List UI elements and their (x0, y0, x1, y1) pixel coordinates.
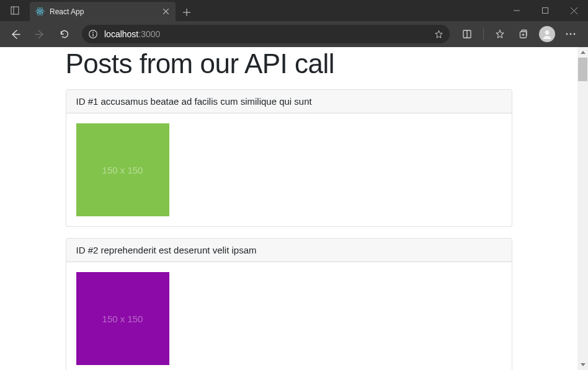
scroll-down-button[interactable] (577, 359, 588, 370)
toolbar-right (456, 23, 584, 45)
minimize-button[interactable] (502, 0, 531, 21)
svg-point-15 (92, 32, 94, 33)
tab-close-button[interactable] (161, 7, 171, 17)
more-button[interactable] (559, 23, 582, 45)
back-button[interactable] (4, 23, 26, 45)
arrow-right-icon (35, 29, 45, 40)
favorite-button[interactable] (434, 29, 443, 39)
browser-toolbar: localhost:3000 (0, 21, 588, 47)
post-title: reprehenderit est deserunt velit ipsam (101, 245, 257, 255)
page-scrollarea[interactable]: Posts from our API call ID #1 accusamus … (0, 47, 577, 370)
post-thumbnail: 150 x 150 (76, 272, 169, 365)
page-title: Posts from our API call (66, 48, 512, 79)
url-host: localhost (104, 29, 138, 39)
maximize-button[interactable] (531, 0, 559, 21)
reload-icon (60, 29, 69, 39)
page-viewport: Posts from our API call ID #1 accusamus … (0, 47, 588, 370)
post-id: ID #2 (76, 245, 99, 255)
post-card: ID #1 accusamus beatae ad facilis cum si… (66, 89, 512, 227)
vertical-scrollbar[interactable] (577, 47, 588, 370)
reload-button[interactable] (53, 23, 76, 45)
svg-point-22 (545, 30, 550, 35)
close-icon (571, 7, 577, 14)
scrollbar-track[interactable] (577, 58, 588, 359)
post-title: accusamus beatae ad facilis cum similiqu… (101, 96, 312, 107)
thumbnail-label: 150 x 150 (102, 165, 143, 175)
read-aloud-button[interactable] (456, 23, 478, 45)
maximize-icon (542, 7, 548, 14)
thumbnail-label: 150 x 150 (102, 314, 143, 324)
react-favicon (35, 7, 45, 17)
ellipsis-icon (566, 33, 576, 35)
post-card-body: 150 x 150 (66, 113, 512, 226)
collections-button[interactable] (512, 23, 535, 45)
tab-react-app[interactable]: React App (30, 2, 176, 21)
post-card-body: 150 x 150 (66, 262, 512, 370)
collections-icon (519, 29, 528, 39)
avatar-icon (539, 26, 555, 42)
book-icon (462, 29, 472, 39)
tab-actions-icon (11, 6, 19, 15)
info-icon (89, 30, 97, 38)
url-rest: :3000 (138, 29, 160, 39)
chevron-down-icon (581, 363, 586, 366)
chevron-up-icon (581, 51, 586, 54)
post-card-header: ID #2 reprehenderit est deserunt velit i… (66, 239, 512, 262)
plus-icon (183, 9, 190, 16)
new-tab-button[interactable] (178, 4, 195, 21)
favorites-button[interactable] (489, 23, 511, 45)
forward-button[interactable] (29, 23, 51, 45)
svg-rect-0 (11, 7, 19, 14)
window-titlebar: React App (0, 0, 588, 21)
toolbar-separator (483, 28, 484, 40)
svg-point-23 (566, 33, 568, 35)
svg-rect-11 (543, 8, 548, 14)
scroll-up-button[interactable] (577, 47, 588, 58)
post-card-header: ID #1 accusamus beatae ad facilis cum si… (66, 90, 512, 113)
tab-title: React App (50, 7, 156, 16)
arrow-left-icon (10, 29, 20, 40)
tab-actions-button[interactable] (0, 0, 30, 21)
star-icon (495, 29, 505, 39)
tabstrip: React App (30, 0, 502, 21)
post-thumbnail: 150 x 150 (76, 123, 169, 216)
url-text: localhost:3000 (104, 29, 427, 39)
window-controls (502, 0, 588, 21)
scrollbar-thumb[interactable] (578, 58, 587, 81)
address-bar[interactable]: localhost:3000 (82, 25, 450, 43)
page-content: Posts from our API call ID #1 accusamus … (66, 48, 512, 370)
post-id: ID #1 (76, 96, 99, 107)
close-icon (163, 9, 169, 14)
post-card: ID #2 reprehenderit est deserunt velit i… (66, 238, 512, 370)
minimize-icon (514, 7, 520, 14)
profile-button[interactable] (536, 23, 558, 45)
star-plus-icon (434, 30, 443, 39)
svg-point-25 (574, 33, 576, 35)
svg-point-24 (570, 33, 572, 35)
site-info-button[interactable] (88, 29, 98, 39)
close-window-button[interactable] (559, 0, 588, 21)
